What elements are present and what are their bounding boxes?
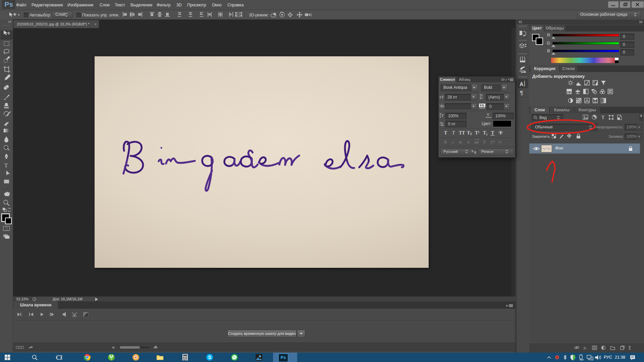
svg-text:T: T (462, 130, 465, 135)
svg-text:ɛ: ɛ (452, 139, 454, 144)
svg-text:A: A (481, 96, 483, 100)
svg-text:S: S (208, 355, 211, 360)
svg-text:a: a (474, 150, 476, 155)
svg-text:T: T (470, 132, 472, 136)
svg-text:st: st (493, 139, 495, 143)
svg-text:T: T (601, 115, 605, 120)
svg-text:½: ½ (498, 139, 502, 144)
svg-text:T: T (444, 130, 447, 135)
svg-text:a: a (472, 149, 474, 153)
svg-text:¶: ¶ (520, 90, 523, 96)
svg-text:T: T (452, 130, 455, 135)
svg-text:1: 1 (490, 139, 493, 144)
svg-text:A: A (520, 81, 524, 87)
svg-text:1: 1 (478, 130, 480, 134)
svg-text:st: st (459, 139, 462, 144)
svg-text:T: T (4, 162, 8, 169)
svg-text:T: T (441, 113, 444, 118)
svg-text:A: A (442, 104, 444, 108)
svg-text:1: 1 (486, 133, 488, 136)
svg-text:fx: fx (584, 346, 586, 350)
svg-text:T: T (487, 112, 489, 117)
svg-text:A: A (467, 139, 470, 144)
svg-text:aa: aa (474, 139, 479, 144)
svg-text:VA: VA (480, 104, 484, 107)
svg-text:T: T (491, 130, 494, 135)
svg-text:a: a (442, 121, 443, 124)
svg-text:fi: fi (444, 139, 447, 144)
svg-text:T: T (483, 139, 486, 144)
